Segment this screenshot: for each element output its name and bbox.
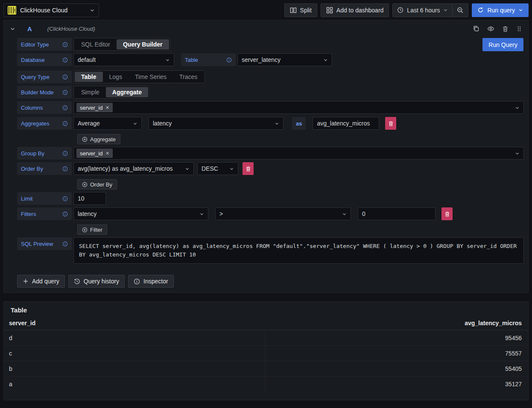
- columns-multiselect[interactable]: server_id ×: [73, 101, 524, 114]
- editor-type-option-sql-editor[interactable]: SQL Editor: [75, 39, 117, 50]
- info-icon: [62, 105, 68, 111]
- aggregate-function-select[interactable]: Average: [73, 117, 142, 130]
- cell-avg-latency: 35127: [505, 381, 522, 388]
- delete-query-trash-icon[interactable]: [502, 26, 509, 32]
- chevron-down-icon: [165, 58, 170, 62]
- split-button[interactable]: Split: [284, 3, 317, 17]
- run-query-toolbar-button[interactable]: Run query: [472, 3, 529, 17]
- editor-type-option-query-builder[interactable]: Query Builder: [117, 39, 169, 50]
- query-type-option-traces[interactable]: Traces: [173, 72, 204, 82]
- run-query-editor-button[interactable]: Run Query: [482, 38, 523, 51]
- remove-chip-icon[interactable]: ×: [105, 105, 109, 111]
- columns-row: Columns server_id ×: [17, 101, 524, 114]
- info-icon: [62, 42, 68, 47]
- info-icon: [62, 74, 68, 80]
- duplicate-query-icon[interactable]: [473, 25, 479, 32]
- editor-type-radio-group: SQL Editor Query Builder: [73, 38, 170, 51]
- chevron-down-icon: [518, 8, 523, 12]
- add-filter-button[interactable]: Filter: [77, 224, 107, 235]
- chevron-down-icon: [275, 121, 279, 126]
- filters-row: Filters latency > 0: [17, 207, 524, 220]
- aggregates-label: Aggregates: [17, 117, 72, 130]
- filter-value-input[interactable]: 0: [358, 207, 436, 220]
- datasource-picker[interactable]: ClickHouse Cloud: [3, 3, 99, 17]
- split-label: Split: [300, 7, 312, 14]
- info-icon: [62, 90, 68, 95]
- table-row[interactable]: d 95456: [4, 330, 528, 346]
- filters-label: Filters: [17, 207, 72, 220]
- history-icon: [74, 278, 80, 285]
- columns-label: Columns: [17, 101, 72, 114]
- aggregate-alias-input[interactable]: avg_latency_micros: [313, 117, 379, 130]
- filter-field-select[interactable]: latency: [73, 207, 208, 220]
- chevron-down-icon: [199, 212, 204, 216]
- column-header-avg-latency-micros[interactable]: avg_latency_micros: [465, 320, 522, 326]
- plus-circle-icon: [82, 227, 88, 233]
- query-type-option-table[interactable]: Table: [75, 72, 103, 82]
- editor-type-row: Editor Type SQL Editor Query Builder: [17, 38, 524, 51]
- limit-input[interactable]: 10: [73, 192, 106, 205]
- query-header: A (ClickHouse Cloud): [4, 20, 528, 37]
- drag-handle-icon[interactable]: [516, 26, 522, 32]
- cell-avg-latency: 55405: [505, 365, 522, 372]
- group-by-multiselect[interactable]: server_id ×: [73, 147, 524, 160]
- info-icon: [62, 121, 68, 126]
- add-order-by-row: Order By: [77, 179, 524, 189]
- add-to-dashboard-label: Add to dashboard: [336, 7, 384, 14]
- query-type-option-logs[interactable]: Logs: [103, 72, 129, 82]
- add-filter-row: Filter: [77, 224, 524, 235]
- sql-preview-label: SQL Preview: [17, 237, 72, 250]
- dashboard-grid-icon: [326, 7, 333, 14]
- remove-aggregate-button[interactable]: [385, 117, 396, 130]
- aggregate-column-select[interactable]: latency: [149, 117, 284, 130]
- cell-server-id: d: [9, 335, 12, 341]
- add-query-button[interactable]: Add query: [17, 275, 65, 288]
- aggregates-row: Aggregates Average latency as avg_latenc…: [17, 117, 524, 130]
- info-icon: [62, 241, 68, 247]
- remove-filter-button[interactable]: [441, 207, 453, 220]
- order-by-field-select[interactable]: avg(latency) as avg_latency_micros: [73, 162, 194, 175]
- trash-icon: [388, 121, 394, 126]
- limit-label: Limit: [17, 192, 72, 205]
- query-history-button[interactable]: Query history: [68, 275, 125, 288]
- database-select[interactable]: default: [73, 53, 174, 66]
- query-header-actions: [473, 25, 522, 32]
- filter-operator-select[interactable]: >: [215, 207, 351, 220]
- top-toolbar: ClickHouse Cloud Split Add to dashboard …: [0, 0, 532, 20]
- inspector-button[interactable]: Inspector: [128, 275, 174, 288]
- query-type-option-time-series[interactable]: Time Series: [129, 72, 173, 82]
- plus-circle-icon: [82, 182, 88, 187]
- add-to-dashboard-button[interactable]: Add to dashboard: [321, 3, 389, 17]
- table-row[interactable]: c 75557: [4, 346, 528, 361]
- database-label: Database: [17, 53, 72, 66]
- add-order-by-button[interactable]: Order By: [77, 179, 117, 189]
- builder-mode-radio-group: Simple Aggregate: [73, 86, 149, 99]
- query-type-radio-group: Table Logs Time Series Traces: [73, 70, 205, 83]
- column-chip: server_id ×: [76, 103, 113, 112]
- hide-query-eye-icon[interactable]: [487, 25, 494, 32]
- builder-mode-option-simple[interactable]: Simple: [75, 87, 106, 97]
- table-row[interactable]: b 55405: [4, 361, 528, 376]
- collapse-chevron-icon[interactable]: [10, 26, 15, 32]
- table-body: d 95456 c 75557 b 55405 a 35127: [4, 330, 528, 392]
- column-header-server-id[interactable]: server_id: [9, 320, 35, 326]
- table-row[interactable]: a 35127: [4, 376, 528, 392]
- remove-chip-icon[interactable]: ×: [105, 150, 109, 156]
- database-table-row: Database default Table server_latency: [17, 53, 524, 66]
- order-by-row: Order By avg(latency) as avg_latency_mic…: [17, 162, 524, 175]
- remove-order-by-button[interactable]: [243, 162, 254, 175]
- query-ref-id[interactable]: A: [27, 25, 32, 32]
- group-by-label: Group By: [17, 147, 72, 160]
- editor-type-label: Editor Type: [17, 38, 72, 51]
- explore-actions: Add query Query history Inspector: [17, 275, 524, 288]
- table-select[interactable]: server_latency: [237, 53, 332, 66]
- builder-mode-option-aggregate[interactable]: Aggregate: [106, 87, 148, 97]
- cell-server-id: c: [9, 350, 12, 357]
- run-query-label: Run query: [487, 7, 515, 14]
- clickhouse-logo-icon: [8, 6, 16, 15]
- add-aggregate-button[interactable]: Aggregate: [77, 134, 120, 144]
- time-range-picker[interactable]: Last 6 hours: [393, 4, 452, 17]
- order-direction-select[interactable]: DESC: [197, 162, 238, 175]
- table-panel-title: Table: [4, 302, 528, 314]
- zoom-out-time-button[interactable]: [452, 4, 468, 17]
